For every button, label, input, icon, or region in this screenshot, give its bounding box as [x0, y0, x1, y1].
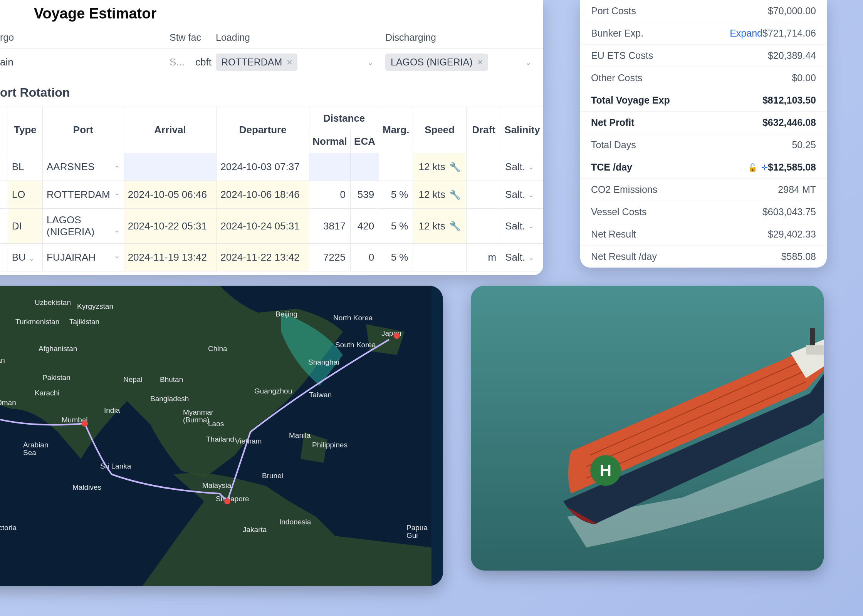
cost-label: Net Profit	[591, 117, 762, 128]
remove-tag-icon[interactable]: ✕	[477, 58, 484, 67]
cost-value: $585.08	[781, 251, 816, 262]
cell-speed[interactable]	[413, 244, 466, 271]
chevron-down-icon[interactable]: ⌄	[528, 253, 534, 262]
col-departure: Departure	[217, 107, 309, 153]
wrench-icon[interactable]: 🔧	[449, 162, 461, 172]
cost-value: $20,389.44	[768, 50, 816, 61]
cell-departure[interactable]: 2024-11-22 13:42	[217, 244, 309, 271]
chevron-down-icon[interactable]: ⌄	[114, 189, 120, 197]
discharging-select[interactable]: LAGOS (NIGERIA) ✕ ⌄	[385, 54, 543, 71]
map-label: Beijing	[275, 310, 297, 318]
cell-eca[interactable]	[350, 153, 379, 181]
loading-select[interactable]: ROTTERDAM ✕ ⌄	[216, 54, 385, 71]
chevron-down-icon[interactable]: ⌄	[528, 191, 534, 199]
expand-link[interactable]: Expand	[730, 28, 762, 39]
table-row[interactable]: 📍LOROTTERDAM ⌄2024-10-05 06:462024-10-06…	[0, 181, 543, 209]
port-rotation-table: Type Port Arrival Departure Distance Mar…	[0, 107, 543, 271]
cell-port[interactable]: AARSNES ⌄	[43, 153, 124, 181]
cost-value: $70,000.00	[768, 5, 816, 17]
map-label: Nepal	[123, 375, 143, 383]
cell-type[interactable]: BL	[8, 153, 42, 181]
table-row[interactable]: 📍BU ⌄FUJAIRAH ⌄2024-11-19 13:422024-11-2…	[0, 244, 543, 271]
cell-normal[interactable]	[309, 153, 351, 181]
cell-marg[interactable]	[379, 153, 413, 181]
row-pin[interactable]: 📍	[0, 181, 8, 209]
cost-label: CO2 Emissions	[591, 184, 778, 195]
cell-marg[interactable]: 5 %	[379, 181, 413, 209]
cell-port[interactable]: LAGOS (NIGERIA) ⌄	[43, 209, 124, 244]
map-label: Brunei	[262, 472, 283, 480]
chevron-down-icon[interactable]: ⌄	[528, 222, 534, 230]
cost-value: 2984 MT	[778, 184, 816, 195]
cost-value: $632,446.08	[762, 117, 816, 128]
cell-draft[interactable]	[466, 181, 501, 209]
cost-label: Bunker Exp.	[591, 28, 730, 39]
col-salinity: Salinity	[501, 107, 543, 153]
cargo-name[interactable]: ain	[0, 56, 170, 68]
table-row[interactable]: 📍BLAARSNES ⌄2024-10-03 07:3712 kts 🔧Salt…	[0, 153, 543, 181]
chevron-down-icon[interactable]: ⌄	[367, 58, 374, 67]
cell-arrival[interactable]: 2024-10-05 06:46	[124, 181, 217, 209]
unlock-icon[interactable]: 🔓	[748, 163, 757, 172]
cell-arrival[interactable]	[124, 153, 217, 181]
cell-port[interactable]: ROTTERDAM ⌄	[43, 181, 124, 209]
cell-normal[interactable]: 7225	[309, 244, 351, 271]
chevron-down-icon[interactable]: ⌄	[29, 254, 34, 262]
chevron-down-icon[interactable]: ⌄	[114, 161, 120, 169]
cost-row: Net Result /day$585.08	[580, 246, 827, 268]
cell-draft[interactable]	[466, 153, 501, 181]
cell-eca[interactable]: 0	[350, 244, 379, 271]
wrench-icon[interactable]: 🔧	[449, 189, 461, 200]
map-label: Taiwan	[309, 391, 332, 399]
cell-salinity[interactable]: Salt. ⌄	[501, 209, 543, 244]
remove-tag-icon[interactable]: ✕	[286, 58, 293, 67]
col-discharging: Discharging	[385, 32, 543, 43]
map-label: Victoria	[0, 524, 17, 532]
cell-salinity[interactable]: Salt. ⌄	[501, 153, 543, 181]
map-label: Maldives	[72, 483, 101, 491]
target-icon[interactable]: ✛	[761, 163, 768, 172]
cell-departure[interactable]: 2024-10-06 18:46	[217, 181, 309, 209]
cell-departure[interactable]: 2024-10-03 07:37	[217, 153, 309, 181]
svg-rect-7	[810, 328, 815, 347]
chevron-down-icon[interactable]: ⌄	[525, 58, 532, 67]
cell-arrival[interactable]: 2024-11-19 13:42	[124, 244, 217, 271]
cell-speed[interactable]: 12 kts 🔧	[413, 153, 466, 181]
waypoint-marker[interactable]	[82, 420, 88, 427]
cell-draft[interactable]	[466, 209, 501, 244]
cost-value: $603,043.75	[762, 206, 816, 218]
cell-normal[interactable]: 0	[309, 181, 351, 209]
cost-row: TCE /day🔓✛$12,585.08	[580, 156, 827, 179]
stw-cell[interactable]: S... cbft	[170, 56, 216, 68]
ship-illustration: H	[471, 286, 824, 571]
cell-draft[interactable]: m	[466, 244, 501, 271]
cell-type[interactable]: LO	[8, 181, 42, 209]
cell-departure[interactable]: 2024-10-24 05:31	[217, 209, 309, 244]
wrench-icon[interactable]: 🔧	[449, 221, 461, 231]
route-map[interactable]: UzbekistanKyrgyzstanTurkmenistanTajikist…	[0, 286, 443, 586]
cell-salinity[interactable]: Salt. ⌄	[501, 244, 543, 271]
cell-arrival[interactable]: 2024-10-22 05:31	[124, 209, 217, 244]
waypoint-marker[interactable]	[394, 333, 400, 339]
cell-port[interactable]: FUJAIRAH ⌄	[43, 244, 124, 271]
chevron-down-icon[interactable]: ⌄	[114, 226, 120, 234]
cell-speed[interactable]: 12 kts 🔧	[413, 209, 466, 244]
col-type: Type	[8, 107, 42, 153]
chevron-down-icon[interactable]: ⌄	[528, 163, 534, 171]
cell-normal[interactable]: 3817	[309, 209, 351, 244]
cell-speed[interactable]: 12 kts 🔧	[413, 181, 466, 209]
row-pin[interactable]: 📍	[0, 244, 8, 271]
cell-eca[interactable]: 539	[350, 181, 379, 209]
map-label: Philippines	[312, 441, 348, 449]
cell-type[interactable]: BU ⌄	[8, 244, 42, 271]
cell-salinity[interactable]: Salt. ⌄	[501, 181, 543, 209]
cell-marg[interactable]: 5 %	[379, 209, 413, 244]
table-row[interactable]: 📍DILAGOS (NIGERIA) ⌄2024-10-22 05:312024…	[0, 209, 543, 244]
chevron-down-icon[interactable]: ⌄	[114, 251, 120, 260]
row-pin[interactable]: 📍	[0, 153, 8, 181]
row-pin[interactable]: 📍	[0, 209, 8, 244]
cell-type[interactable]: DI	[8, 209, 42, 244]
cell-marg[interactable]: 5 %	[379, 244, 413, 271]
waypoint-marker[interactable]	[224, 498, 230, 504]
cell-eca[interactable]: 420	[350, 209, 379, 244]
